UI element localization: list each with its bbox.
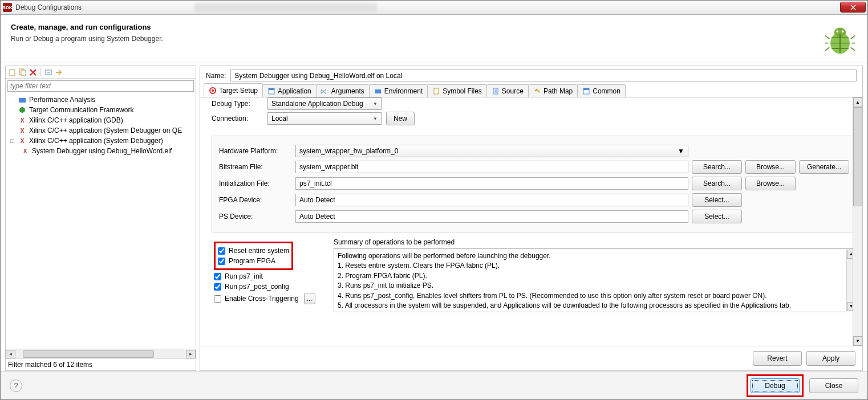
- tab-symbol-files[interactable]: Symbol Files: [427, 84, 487, 97]
- svg-rect-14: [375, 89, 381, 93]
- run-ps7post-checkbox[interactable]: Run ps7_post_config: [214, 283, 323, 291]
- tab-target-setup[interactable]: Target Setup: [204, 83, 263, 97]
- svg-point-3: [842, 30, 844, 32]
- hardware-group: Hardware Platform: system_wrapper_hw_pla…: [212, 136, 857, 232]
- ps-device-label: PS Device:: [219, 213, 292, 221]
- svg-point-9: [19, 107, 25, 113]
- bug-icon: [823, 23, 857, 57]
- tree-item[interactable]: XXilinx C/C++ application (System Debugg…: [6, 125, 196, 136]
- tree-item[interactable]: Target Communication Framework: [6, 105, 196, 115]
- bitstream-generate-button[interactable]: Generate...: [799, 160, 849, 174]
- titlebar: SDK Debug Configurations: [1, 1, 867, 15]
- dialog-footer: ? Debug Close: [1, 371, 867, 399]
- fpga-device-value: Auto Detect: [295, 194, 688, 206]
- summary-title: Summary of operations to be performed: [334, 238, 857, 246]
- highlight-box: Debug: [747, 374, 804, 397]
- tab-environment[interactable]: Environment: [369, 84, 428, 97]
- dialog-window: SDK Debug Configurations Create, manage,…: [0, 0, 868, 400]
- debug-type-label: Debug Type:: [212, 100, 263, 108]
- connection-label: Connection:: [212, 115, 263, 123]
- tabstrip: Target Setup Application (x)=Arguments E…: [200, 84, 862, 97]
- bitstream-label: Bitstream File:: [219, 163, 292, 171]
- blurred-bg-text: [194, 3, 377, 12]
- header-title: Create, manage, and run configurations: [11, 23, 163, 31]
- tree-item[interactable]: Performance Analysis: [6, 95, 196, 105]
- program-fpga-checkbox[interactable]: Program FPGA: [218, 257, 289, 265]
- svg-rect-13: [269, 88, 274, 90]
- filter-menu-icon[interactable]: [54, 68, 63, 77]
- new-config-icon[interactable]: [8, 68, 17, 77]
- config-detail-pane: Name: Target Setup Application (x)=Argum…: [200, 66, 863, 371]
- hscrollbar[interactable]: ◄►: [6, 349, 196, 358]
- tree-item-child[interactable]: XSystem Debugger using Debug_HelloWord.e…: [6, 146, 196, 156]
- svg-rect-18: [583, 88, 589, 90]
- svg-rect-8: [19, 98, 26, 103]
- filter-status: Filter matched 6 of 12 items: [6, 358, 196, 370]
- run-ps7init-checkbox[interactable]: Run ps7_init: [214, 272, 323, 280]
- svg-rect-4: [10, 70, 15, 76]
- name-input[interactable]: [230, 70, 857, 81]
- init-browse-button[interactable]: Browse...: [745, 177, 796, 190]
- config-tree[interactable]: Performance Analysis Target Communicatio…: [6, 93, 196, 349]
- tab-path-map[interactable]: Path Map: [528, 84, 578, 97]
- svg-rect-15: [434, 88, 439, 94]
- window-title: Debug Configurations: [15, 3, 82, 11]
- duplicate-config-icon[interactable]: [18, 68, 27, 77]
- header-subtitle: Run or Debug a program using System Debu…: [11, 35, 163, 43]
- ps-select-button[interactable]: Select...: [692, 210, 742, 223]
- debug-button[interactable]: Debug: [751, 378, 800, 393]
- svg-rect-6: [21, 70, 26, 76]
- bitstream-search-button[interactable]: Search...: [692, 160, 742, 174]
- highlight-box: Reset entire system Program FPGA: [214, 242, 293, 270]
- tab-common[interactable]: Common: [577, 84, 626, 97]
- connection-select[interactable]: Local▼: [267, 112, 382, 125]
- left-toolbar: [6, 66, 196, 79]
- revert-button[interactable]: Revert: [753, 351, 802, 366]
- tab-source[interactable]: Source: [486, 84, 529, 97]
- reset-checkbox[interactable]: Reset entire system: [218, 247, 289, 255]
- name-label: Name:: [206, 72, 226, 80]
- collapse-all-icon[interactable]: [44, 68, 53, 77]
- init-search-button[interactable]: Search...: [692, 177, 742, 190]
- new-connection-button[interactable]: New: [386, 112, 415, 125]
- ps-device-value: Auto Detect: [295, 210, 688, 223]
- fpga-select-button[interactable]: Select...: [692, 193, 742, 207]
- checkbox-column: Reset entire system Program FPGA Run ps7…: [212, 238, 326, 312]
- tree-item[interactable]: ▢XXilinx C/C++ application (System Debug…: [6, 136, 196, 146]
- svg-point-2: [836, 30, 838, 32]
- pane-vscrollbar[interactable]: ▲▼: [853, 97, 862, 346]
- bitstream-input[interactable]: system_wrapper.bit: [295, 161, 688, 173]
- tab-arguments[interactable]: (x)=Arguments: [316, 84, 370, 97]
- debug-type-select[interactable]: Standalone Application Debug▼: [267, 97, 382, 110]
- init-input[interactable]: ps7_init.tcl: [295, 177, 688, 190]
- cross-trigger-options-button[interactable]: ...: [304, 293, 315, 304]
- tab-application[interactable]: Application: [262, 84, 317, 97]
- tree-item[interactable]: XXilinx C/C++ application (GDB): [6, 115, 196, 125]
- fpga-device-label: FPGA Device:: [219, 196, 292, 204]
- filter-input[interactable]: [7, 80, 194, 92]
- apply-button[interactable]: Apply: [806, 351, 855, 366]
- sdk-icon: SDK: [3, 3, 12, 12]
- hw-platform-select[interactable]: system_wrapper_hw_platform_0▼: [295, 145, 688, 157]
- config-list-pane: Performance Analysis Target Communicatio…: [5, 66, 196, 371]
- hw-platform-label: Hardware Platform:: [219, 147, 292, 155]
- cross-trigger-checkbox[interactable]: Enable Cross-Triggering...: [214, 293, 323, 304]
- bitstream-browse-button[interactable]: Browse...: [745, 160, 796, 174]
- init-label: Initialization File:: [219, 179, 292, 187]
- svg-point-11: [212, 89, 214, 92]
- window-close-button[interactable]: [840, 2, 866, 13]
- close-button[interactable]: Close: [809, 378, 858, 393]
- dialog-header: Create, manage, and run configurations R…: [1, 15, 867, 63]
- help-icon[interactable]: ?: [10, 379, 22, 392]
- delete-config-icon[interactable]: [29, 68, 38, 77]
- summary-textarea[interactable]: Following operations will be performed b…: [334, 248, 857, 312]
